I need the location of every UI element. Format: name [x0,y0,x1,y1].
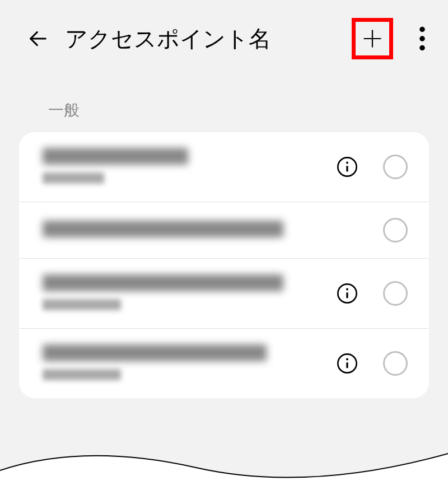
info-icon [336,282,358,305]
info-icon [336,156,358,178]
svg-point-8 [346,162,348,164]
apn-title-redacted [43,344,325,363]
apn-list-item[interactable] [19,259,429,329]
apn-list-item[interactable] [19,329,429,398]
apn-radio[interactable] [383,155,408,179]
more-options-button[interactable] [419,26,426,51]
apn-list-card [19,132,429,398]
plus-icon [360,26,385,51]
apn-info-button[interactable] [336,352,358,375]
apn-radio[interactable] [383,218,408,242]
svg-point-3 [419,27,425,32]
apn-title-redacted [43,274,325,293]
back-button[interactable] [27,27,49,50]
apn-item-text [43,344,325,382]
apn-info-button[interactable] [336,282,358,305]
svg-point-5 [419,45,425,51]
apn-item-text [43,274,325,312]
arrow-left-icon [27,27,49,50]
apn-radio[interactable] [383,281,408,306]
section-label-general: 一般 [0,77,448,132]
apn-list-item[interactable] [19,132,429,202]
info-icon [336,352,358,375]
apn-radio[interactable] [383,351,408,376]
svg-point-4 [419,36,425,41]
header-bar: アクセスポイント名 [0,0,448,77]
apn-list-item[interactable] [19,202,429,259]
apn-title-redacted [43,148,325,167]
wave-cutoff-decoration [0,437,448,504]
page-title: アクセスポイント名 [65,24,336,54]
apn-title-redacted [43,221,358,240]
apn-subtitle-redacted [43,172,325,186]
apn-subtitle-redacted [43,299,325,312]
apn-info-button[interactable] [336,156,358,178]
svg-point-14 [346,358,348,361]
add-apn-button[interactable] [352,18,393,59]
apn-subtitle-redacted [43,369,325,382]
more-vertical-icon [419,26,426,51]
apn-item-text [43,221,358,240]
apn-item-text [43,148,325,186]
svg-point-11 [346,288,348,291]
